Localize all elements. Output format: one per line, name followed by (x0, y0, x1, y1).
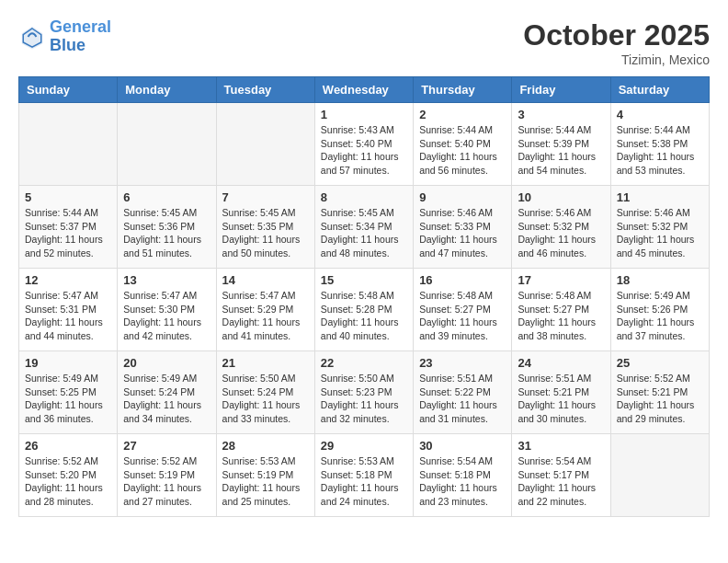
logo: General Blue (18, 18, 111, 55)
day-number: 27 (123, 439, 210, 453)
day-cell: 22Sunrise: 5:50 AM Sunset: 5:23 PM Dayli… (314, 351, 413, 434)
day-info: Sunrise: 5:51 AM Sunset: 5:22 PM Dayligh… (419, 372, 506, 426)
weekday-header-saturday: Saturday (610, 77, 709, 103)
day-cell: 17Sunrise: 5:48 AM Sunset: 5:27 PM Dayli… (512, 269, 610, 351)
day-number: 19 (25, 356, 111, 370)
weekday-header-friday: Friday (512, 77, 610, 103)
week-row-1: 1Sunrise: 5:43 AM Sunset: 5:40 PM Daylig… (19, 103, 710, 186)
day-info: Sunrise: 5:47 AM Sunset: 5:29 PM Dayligh… (222, 289, 309, 343)
day-info: Sunrise: 5:44 AM Sunset: 5:39 PM Dayligh… (518, 123, 604, 178)
day-cell: 1Sunrise: 5:43 AM Sunset: 5:40 PM Daylig… (314, 103, 413, 186)
weekday-header-sunday: Sunday (19, 77, 118, 103)
day-cell: 2Sunrise: 5:44 AM Sunset: 5:40 PM Daylig… (414, 103, 512, 186)
day-info: Sunrise: 5:54 AM Sunset: 5:18 PM Dayligh… (419, 454, 506, 509)
day-number: 28 (222, 439, 309, 453)
day-cell (216, 103, 314, 186)
day-number: 3 (518, 108, 604, 121)
day-cell: 9Sunrise: 5:46 AM Sunset: 5:33 PM Daylig… (414, 186, 512, 269)
day-info: Sunrise: 5:48 AM Sunset: 5:28 PM Dayligh… (321, 289, 407, 343)
day-number: 15 (321, 273, 407, 287)
day-info: Sunrise: 5:45 AM Sunset: 5:35 PM Dayligh… (222, 206, 309, 260)
logo-icon (18, 23, 46, 51)
day-cell: 25Sunrise: 5:52 AM Sunset: 5:21 PM Dayli… (610, 351, 709, 434)
day-number: 10 (518, 190, 604, 204)
location: Tizimin, Mexico (523, 52, 710, 67)
day-cell: 7Sunrise: 5:45 AM Sunset: 5:35 PM Daylig… (216, 186, 314, 269)
day-cell: 16Sunrise: 5:48 AM Sunset: 5:27 PM Dayli… (414, 269, 512, 351)
day-cell (19, 103, 118, 186)
day-cell: 29Sunrise: 5:53 AM Sunset: 5:18 PM Dayli… (314, 434, 413, 517)
day-number: 17 (518, 273, 604, 287)
day-cell: 14Sunrise: 5:47 AM Sunset: 5:29 PM Dayli… (216, 269, 314, 351)
day-info: Sunrise: 5:44 AM Sunset: 5:37 PM Dayligh… (25, 206, 111, 260)
calendar-table: SundayMondayTuesdayWednesdayThursdayFrid… (18, 76, 710, 517)
day-cell: 31Sunrise: 5:54 AM Sunset: 5:17 PM Dayli… (512, 434, 610, 517)
day-cell: 28Sunrise: 5:53 AM Sunset: 5:19 PM Dayli… (216, 434, 314, 517)
week-row-5: 26Sunrise: 5:52 AM Sunset: 5:20 PM Dayli… (19, 434, 710, 517)
logo-line2: Blue (50, 36, 85, 54)
day-cell: 5Sunrise: 5:44 AM Sunset: 5:37 PM Daylig… (19, 186, 118, 269)
day-cell: 24Sunrise: 5:51 AM Sunset: 5:21 PM Dayli… (512, 351, 610, 434)
day-number: 1 (321, 108, 407, 121)
day-info: Sunrise: 5:46 AM Sunset: 5:32 PM Dayligh… (518, 206, 604, 260)
day-number: 20 (123, 356, 210, 370)
day-cell: 12Sunrise: 5:47 AM Sunset: 5:31 PM Dayli… (19, 269, 118, 351)
day-number: 13 (123, 273, 210, 287)
day-cell: 15Sunrise: 5:48 AM Sunset: 5:28 PM Dayli… (314, 269, 413, 351)
day-number: 23 (419, 356, 506, 370)
day-info: Sunrise: 5:53 AM Sunset: 5:19 PM Dayligh… (222, 454, 309, 509)
day-cell: 4Sunrise: 5:44 AM Sunset: 5:38 PM Daylig… (610, 103, 709, 186)
day-info: Sunrise: 5:49 AM Sunset: 5:26 PM Dayligh… (617, 289, 703, 343)
day-cell: 23Sunrise: 5:51 AM Sunset: 5:22 PM Dayli… (414, 351, 512, 434)
day-cell: 18Sunrise: 5:49 AM Sunset: 5:26 PM Dayli… (610, 269, 709, 351)
day-cell: 21Sunrise: 5:50 AM Sunset: 5:24 PM Dayli… (216, 351, 314, 434)
day-info: Sunrise: 5:43 AM Sunset: 5:40 PM Dayligh… (321, 123, 407, 178)
day-info: Sunrise: 5:45 AM Sunset: 5:34 PM Dayligh… (321, 206, 407, 260)
day-number: 7 (222, 190, 309, 204)
day-number: 6 (123, 190, 210, 204)
day-cell: 3Sunrise: 5:44 AM Sunset: 5:39 PM Daylig… (512, 103, 610, 186)
day-info: Sunrise: 5:49 AM Sunset: 5:25 PM Dayligh… (25, 372, 111, 426)
day-number: 18 (617, 273, 703, 287)
day-number: 31 (518, 439, 604, 453)
day-info: Sunrise: 5:46 AM Sunset: 5:33 PM Dayligh… (419, 206, 506, 260)
day-cell: 30Sunrise: 5:54 AM Sunset: 5:18 PM Dayli… (414, 434, 512, 517)
day-number: 30 (419, 439, 506, 453)
day-info: Sunrise: 5:47 AM Sunset: 5:30 PM Dayligh… (123, 289, 210, 343)
day-number: 2 (419, 108, 506, 121)
day-number: 8 (321, 190, 407, 204)
day-info: Sunrise: 5:46 AM Sunset: 5:32 PM Dayligh… (617, 206, 703, 260)
day-number: 26 (25, 439, 111, 453)
week-row-3: 12Sunrise: 5:47 AM Sunset: 5:31 PM Dayli… (19, 269, 710, 351)
day-cell: 10Sunrise: 5:46 AM Sunset: 5:32 PM Dayli… (512, 186, 610, 269)
day-info: Sunrise: 5:44 AM Sunset: 5:38 PM Dayligh… (617, 123, 703, 178)
day-info: Sunrise: 5:53 AM Sunset: 5:18 PM Dayligh… (321, 454, 407, 509)
day-cell: 27Sunrise: 5:52 AM Sunset: 5:19 PM Dayli… (118, 434, 216, 517)
weekday-header-monday: Monday (118, 77, 216, 103)
day-cell: 8Sunrise: 5:45 AM Sunset: 5:34 PM Daylig… (314, 186, 413, 269)
day-cell: 13Sunrise: 5:47 AM Sunset: 5:30 PM Dayli… (118, 269, 216, 351)
day-number: 11 (617, 190, 703, 204)
day-cell: 26Sunrise: 5:52 AM Sunset: 5:20 PM Dayli… (19, 434, 118, 517)
weekday-header-wednesday: Wednesday (314, 77, 413, 103)
day-number: 21 (222, 356, 309, 370)
week-row-4: 19Sunrise: 5:49 AM Sunset: 5:25 PM Dayli… (19, 351, 710, 434)
day-info: Sunrise: 5:52 AM Sunset: 5:19 PM Dayligh… (123, 454, 210, 509)
day-info: Sunrise: 5:52 AM Sunset: 5:21 PM Dayligh… (617, 372, 703, 426)
day-cell: 11Sunrise: 5:46 AM Sunset: 5:32 PM Dayli… (610, 186, 709, 269)
day-number: 9 (419, 190, 506, 204)
day-cell: 20Sunrise: 5:49 AM Sunset: 5:24 PM Dayli… (118, 351, 216, 434)
weekday-header-row: SundayMondayTuesdayWednesdayThursdayFrid… (19, 77, 710, 103)
weekday-header-thursday: Thursday (414, 77, 512, 103)
month-title: October 2025 (523, 18, 710, 52)
day-number: 22 (321, 356, 407, 370)
svg-marker-0 (22, 27, 43, 50)
day-number: 25 (617, 356, 703, 370)
day-cell: 19Sunrise: 5:49 AM Sunset: 5:25 PM Dayli… (19, 351, 118, 434)
day-info: Sunrise: 5:48 AM Sunset: 5:27 PM Dayligh… (518, 289, 604, 343)
day-info: Sunrise: 5:48 AM Sunset: 5:27 PM Dayligh… (419, 289, 506, 343)
title-block: October 2025 Tizimin, Mexico (523, 18, 710, 67)
day-info: Sunrise: 5:51 AM Sunset: 5:21 PM Dayligh… (518, 372, 604, 426)
logo-line1: General (50, 17, 111, 36)
day-info: Sunrise: 5:44 AM Sunset: 5:40 PM Dayligh… (419, 123, 506, 178)
